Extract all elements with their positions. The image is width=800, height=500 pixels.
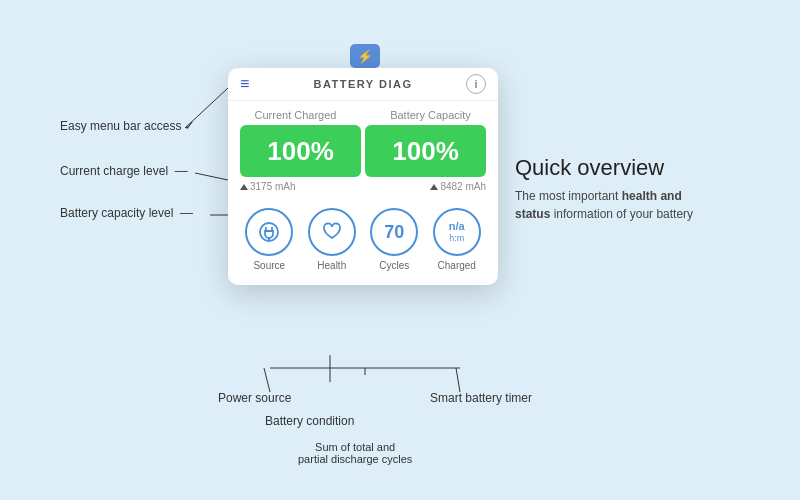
column-headers: Current Charged Battery Capacity: [228, 101, 498, 125]
svg-line-5: [195, 173, 228, 180]
easy-menu-annotation: Easy menu bar access✓: [60, 118, 195, 133]
battery-capacity-header: Battery Capacity: [363, 109, 498, 121]
battery-capacity-annotation: Battery capacity level —: [60, 205, 193, 220]
smart-timer-annotation: Smart battery timer: [430, 391, 532, 405]
hamburger-menu-button[interactable]: ≡: [240, 76, 249, 92]
quick-overview-panel: Quick overview The most important health…: [515, 155, 715, 223]
quick-overview-desc: The most important health and status inf…: [515, 187, 715, 223]
battery-capacity-bar: 100%: [365, 125, 486, 177]
app-window: ≡ BATTERY DIAG i Current Charged Battery…: [228, 68, 498, 285]
svg-line-10: [456, 368, 460, 392]
charged-label: Charged: [438, 260, 476, 271]
source-circle: [245, 208, 293, 256]
lightning-icon: ⚡: [357, 49, 373, 64]
health-label: Health: [317, 260, 346, 271]
current-charged-bar: 100%: [240, 125, 361, 177]
heart-icon: [321, 221, 343, 243]
desc-plain: The most important: [515, 189, 622, 203]
quick-overview-title: Quick overview: [515, 155, 715, 181]
title-bar: ≡ BATTERY DIAG i: [228, 68, 498, 101]
mah-right-value: 8482 mAh: [440, 181, 486, 192]
charged-icon-item[interactable]: n/a h:m Charged: [433, 208, 481, 271]
charged-na-text: n/a: [449, 220, 465, 233]
svg-line-7: [264, 368, 270, 392]
cycles-circle: 70: [370, 208, 418, 256]
desc-end: information of your battery: [550, 207, 693, 221]
plug-icon: [258, 221, 280, 243]
mah-row: 3175 mAh 8482 mAh: [240, 181, 486, 192]
mah-left: 3175 mAh: [240, 181, 363, 192]
mah-left-value: 3175 mAh: [250, 181, 296, 192]
triangle-left-icon: [240, 184, 248, 190]
battery-condition-annotation: Battery condition: [265, 414, 354, 428]
cycles-icon-item[interactable]: 70 Cycles: [370, 208, 418, 271]
info-button[interactable]: i: [466, 74, 486, 94]
health-circle: [308, 208, 356, 256]
current-charged-header: Current Charged: [228, 109, 363, 121]
sum-cycles-annotation: Sum of total and partial discharge cycle…: [298, 429, 412, 465]
mah-right: 8482 mAh: [363, 181, 486, 192]
current-charge-annotation: Current charge level —: [60, 163, 188, 178]
window-title: BATTERY DIAG: [313, 78, 412, 90]
charged-hm-text: h:m: [449, 233, 464, 244]
triangle-right-icon: [430, 184, 438, 190]
source-label: Source: [253, 260, 285, 271]
menubar-icon[interactable]: ⚡: [350, 44, 380, 68]
charged-circle: n/a h:m: [433, 208, 481, 256]
source-icon-item[interactable]: Source: [245, 208, 293, 271]
charge-bars: 100% 100%: [240, 125, 486, 177]
health-icon-item[interactable]: Health: [308, 208, 356, 271]
icons-row: Source Health 70 Cycles n/a h:m Charged: [228, 192, 498, 285]
power-source-annotation: Power source: [218, 391, 291, 405]
cycles-label: Cycles: [379, 260, 409, 271]
